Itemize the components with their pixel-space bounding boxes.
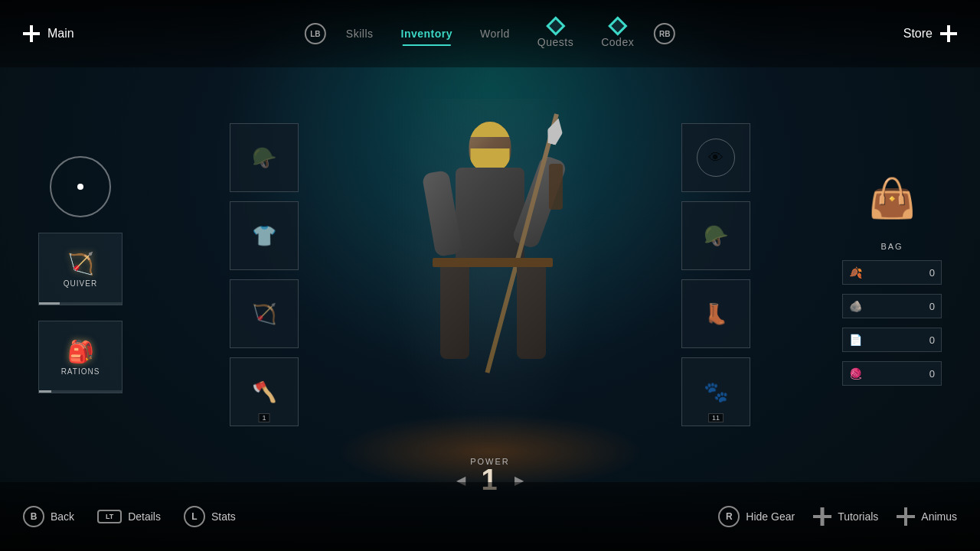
hidden-blade-slot[interactable]: 👁 [681, 123, 750, 192]
nav-skills[interactable]: Skills [332, 28, 387, 40]
misc-icon: 🧶 [849, 367, 862, 380]
svg-rect-3 [940, 32, 957, 35]
r-button-icon: R [718, 506, 740, 527]
svg-rect-8 [897, 515, 915, 518]
tutorials-cross-icon [813, 507, 831, 526]
tutorials-label: Tutorials [838, 510, 878, 523]
boots-slot[interactable]: 👢 [681, 279, 750, 348]
torso-slot[interactable]: 👕 [230, 201, 299, 270]
leather-resource-row: 🍂 0 [842, 260, 942, 285]
main-menu-area[interactable]: Main [23, 25, 74, 42]
stats-label: Stats [211, 510, 236, 523]
mount-slot[interactable]: 🐾 11 [681, 357, 750, 426]
misc-value: 0 [929, 368, 935, 380]
mount-badge: 11 [708, 413, 724, 422]
mount-icon: 🐾 [704, 380, 728, 404]
hood-icon: 🪖 [252, 146, 276, 170]
svg-rect-5 [813, 515, 831, 518]
tutorials-button[interactable]: Tutorials [813, 507, 878, 526]
hood-slot[interactable]: 🪖 [230, 123, 299, 192]
gauntlets-icon: 🪖 [704, 224, 728, 248]
svg-rect-1 [23, 32, 40, 35]
misc-resource-row: 🧶 0 [842, 361, 942, 386]
iron-resource-row: 🪨 0 [842, 294, 942, 318]
quiver-label: QUIVER [64, 279, 97, 288]
rations-bar [39, 390, 122, 393]
character-area: 🪖 👕 🏹 🪓 1 [184, 83, 796, 466]
fabric-icon: 📄 [849, 334, 862, 346]
quiver-slot[interactable]: 🏹 QUIVER [38, 233, 122, 305]
bag-container[interactable]: 👜 [854, 164, 930, 233]
circular-selector[interactable] [50, 156, 111, 217]
gauntlets-slot[interactable]: 🪖 [681, 201, 750, 270]
top-navigation-bar: Main LB Skills Inventory World Quests Co… [0, 0, 980, 67]
store-cross-icon [940, 25, 957, 42]
left-gear-column: 🪖 👕 🏹 🪓 1 [230, 123, 299, 426]
torso-icon: 👕 [252, 224, 276, 248]
rb-button[interactable]: RB [654, 23, 675, 44]
axe-badge: 1 [258, 413, 270, 422]
axe-slot[interactable]: 🪓 1 [230, 357, 299, 426]
rations-icon: 🎒 [67, 339, 94, 364]
quiver-bar [39, 302, 122, 305]
fabric-resource-row: 📄 0 [842, 328, 942, 352]
hide-gear-label: Hide Gear [746, 510, 795, 523]
b-button-icon: B [23, 506, 44, 527]
leather-value: 0 [929, 267, 935, 279]
animus-button[interactable]: Animus [897, 507, 957, 526]
iron-value: 0 [929, 301, 935, 312]
right-panel: 👜 BAG 🍂 0 🪨 0 📄 0 🧶 0 [842, 164, 942, 386]
boots-icon: 👢 [704, 302, 728, 326]
character-figure [383, 99, 597, 451]
rations-slot[interactable]: 🎒 RATIONS [38, 321, 122, 393]
rations-label: RATIONS [61, 367, 100, 376]
nav-codex[interactable]: Codex [587, 19, 648, 48]
main-label: Main [47, 27, 74, 41]
main-navigation: LB Skills Inventory World Quests Codex R… [299, 19, 681, 48]
leather-icon: 🍂 [849, 266, 862, 279]
cross-icon [23, 25, 40, 42]
details-label: Details [128, 510, 161, 523]
lb-button[interactable]: LB [305, 23, 326, 44]
back-label: Back [51, 510, 74, 523]
left-panel: 🏹 QUIVER 🎒 RATIONS [38, 156, 122, 393]
stats-button[interactable]: L Stats [184, 506, 236, 527]
hide-gear-button[interactable]: R Hide Gear [718, 506, 795, 527]
quiver-icon: 🏹 [67, 251, 94, 276]
selector-dot [77, 184, 83, 190]
bottom-action-bar: B Back LT Details L Stats R Hide Gear T [0, 482, 980, 551]
store-label: Store [903, 27, 933, 41]
nav-inventory[interactable]: Inventory [387, 28, 467, 40]
l-button-icon: L [184, 506, 205, 527]
hidden-blade-icon: 👁 [708, 149, 724, 167]
bag-label: BAG [880, 242, 903, 251]
iron-icon: 🪨 [849, 300, 862, 312]
animus-cross-icon [897, 507, 915, 526]
lt-button-icon: LT [97, 510, 122, 523]
nav-world[interactable]: World [466, 28, 524, 40]
axe-icon: 🪓 [252, 380, 276, 404]
right-gear-column: 👁 🪖 👢 🐾 11 [681, 123, 750, 426]
bottom-right-buttons: R Hide Gear Tutorials Animus [718, 506, 957, 527]
main-content: 🏹 QUIVER 🎒 RATIONS 🪖 👕 [0, 67, 980, 482]
nav-quests[interactable]: Quests [524, 19, 587, 48]
animus-label: Animus [921, 510, 957, 523]
bow-slot[interactable]: 🏹 [230, 279, 299, 348]
back-button[interactable]: B Back [23, 506, 74, 527]
store-area[interactable]: Store [903, 25, 957, 42]
bow-icon: 🏹 [252, 302, 276, 326]
fabric-value: 0 [929, 334, 935, 346]
bag-icon: 👜 [868, 176, 916, 220]
details-button[interactable]: LT Details [97, 510, 161, 523]
quiver-bar-fill [39, 302, 60, 305]
rations-bar-fill [39, 390, 51, 393]
